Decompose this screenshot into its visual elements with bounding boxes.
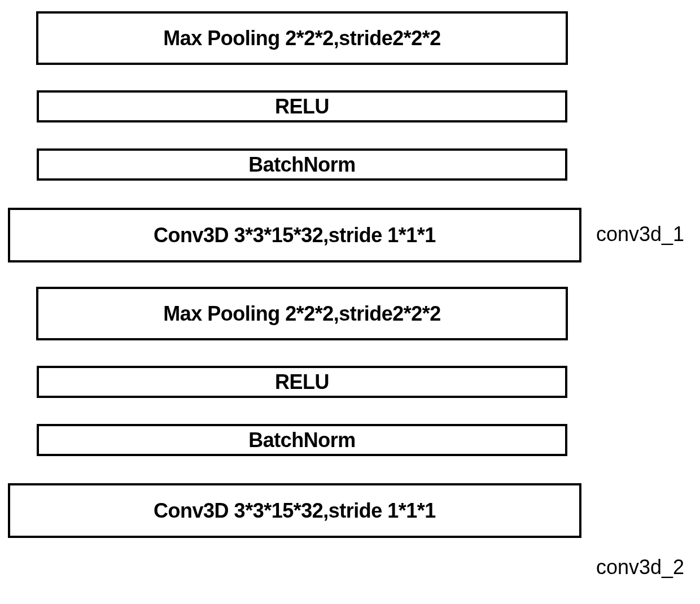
layer-conv3d-1: Conv3D 3*3*15*32,stride 1*1*1 [8, 208, 581, 262]
side-label-conv3d-2: conv3d_2 [596, 555, 684, 579]
layer-relu-2: RELU [37, 366, 567, 398]
diagram-canvas: Max Pooling 2*2*2,stride2*2*2 RELU Batch… [0, 0, 700, 604]
layer-maxpool-1: Max Pooling 2*2*2,stride2*2*2 [36, 11, 568, 65]
layer-batchnorm-2: BatchNorm [37, 424, 567, 456]
layer-maxpool-2: Max Pooling 2*2*2,stride2*2*2 [36, 287, 568, 340]
layer-relu-1: RELU [37, 90, 567, 122]
layer-batchnorm-1: BatchNorm [37, 148, 567, 181]
side-label-conv3d-1: conv3d_1 [596, 222, 684, 246]
layer-conv3d-2: Conv3D 3*3*15*32,stride 1*1*1 [8, 483, 581, 538]
